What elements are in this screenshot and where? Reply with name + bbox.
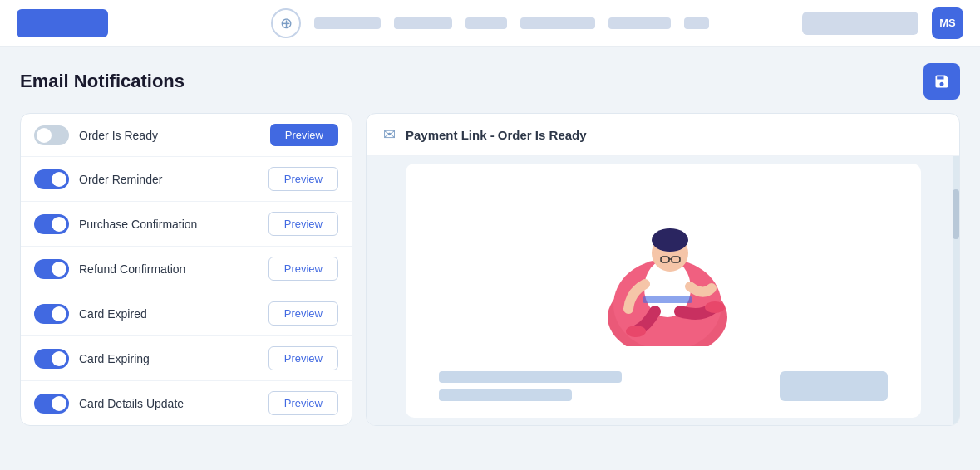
label-purchase-confirmation: Purchase Confirmation [79, 218, 197, 231]
toggle-knob [52, 217, 66, 232]
toggle-knob [52, 396, 66, 411]
preview-button-order-is-ready[interactable]: Preview [270, 124, 338, 146]
preview-button-card-expired[interactable]: Preview [268, 301, 338, 326]
toggle-card-expired[interactable] [34, 304, 69, 324]
item-left-card-expired: Card Expired [34, 304, 147, 324]
left-placeholder-stack [439, 371, 622, 401]
list-item: Refund Confirmation Preview [21, 247, 352, 291]
nav-search[interactable] [802, 12, 918, 35]
item-left-order-is-ready: Order Is Ready [34, 125, 158, 145]
nav-item-4[interactable] [520, 17, 595, 29]
list-item: Order Is Ready Preview [21, 114, 352, 157]
placeholder-line-2 [439, 389, 572, 401]
toggle-purchase-confirmation[interactable] [34, 214, 69, 234]
toggle-card-details-update[interactable] [34, 394, 69, 414]
preview-panel-title: Payment Link - Order Is Ready [406, 128, 587, 142]
svg-point-4 [652, 228, 688, 252]
placeholder-line-1 [439, 371, 622, 383]
list-item: Card Expiring Preview [21, 336, 352, 381]
toggle-knob [52, 351, 66, 366]
toggle-knob [52, 262, 66, 277]
nav-item-1[interactable] [314, 17, 381, 29]
svg-rect-10 [643, 296, 692, 303]
preview-button-card-expiring[interactable]: Preview [268, 346, 338, 370]
label-order-reminder: Order Reminder [79, 173, 162, 186]
svg-point-8 [626, 326, 646, 337]
page-title: Email Notifications [20, 71, 185, 92]
toggle-refund-confirmation[interactable] [34, 259, 69, 279]
preview-button-purchase-confirmation[interactable]: Preview [268, 212, 338, 236]
email-preview-panel: ✉ Payment Link - Order Is Ready [366, 113, 960, 426]
list-item: Card Details Update Preview [21, 381, 352, 425]
nav-item-5[interactable] [608, 17, 671, 29]
item-left-card-expiring: Card Expiring [34, 349, 150, 369]
nav-item-3[interactable] [465, 17, 507, 29]
preview-button-order-reminder[interactable]: Preview [268, 167, 338, 191]
scrollbar-thumb[interactable] [953, 189, 959, 239]
svg-point-9 [705, 301, 725, 313]
email-preview-body [367, 156, 959, 425]
list-item: Order Reminder Preview [21, 157, 352, 202]
page-header: Email Notifications [20, 63, 960, 100]
label-order-is-ready: Order Is Ready [79, 129, 158, 142]
nav-item-6[interactable] [684, 17, 709, 29]
item-left-card-details-update: Card Details Update [34, 394, 184, 414]
label-card-expiring: Card Expiring [79, 352, 150, 365]
main-content: Email Notifications Order Is Ready Previ… [0, 47, 980, 443]
toggle-knob [52, 306, 66, 321]
avatar[interactable]: MS [932, 7, 963, 39]
placeholder-button [780, 371, 888, 401]
toggle-order-is-ready[interactable] [34, 125, 69, 145]
list-item: Card Expired Preview [21, 291, 352, 336]
preview-button-card-details-update[interactable]: Preview [268, 391, 338, 415]
toggle-card-expiring[interactable] [34, 349, 69, 369]
nav-logo[interactable] [17, 9, 108, 37]
person-beanbag-illustration [580, 188, 746, 346]
item-left-refund-confirmation: Refund Confirmation [34, 259, 185, 279]
label-refund-confirmation: Refund Confirmation [79, 262, 185, 276]
email-content-placeholders [439, 371, 888, 401]
add-button[interactable]: ⊕ [271, 8, 301, 38]
scrollbar-track[interactable] [953, 156, 959, 425]
save-button[interactable] [923, 63, 960, 100]
mail-icon: ✉ [383, 125, 396, 144]
toggle-knob [37, 128, 52, 143]
item-left-purchase-confirmation: Purchase Confirmation [34, 214, 197, 234]
preview-button-refund-confirmation[interactable]: Preview [268, 257, 338, 281]
email-preview-card [406, 164, 921, 418]
save-icon [933, 73, 950, 90]
toggle-knob [52, 172, 66, 187]
two-column-layout: Order Is Ready Preview Order Reminder Pr… [20, 113, 960, 426]
preview-panel-header: ✉ Payment Link - Order Is Ready [367, 114, 959, 156]
label-card-details-update: Card Details Update [79, 397, 184, 410]
label-card-expired: Card Expired [79, 307, 147, 321]
list-item: Purchase Confirmation Preview [21, 202, 352, 247]
email-notifications-list: Order Is Ready Preview Order Reminder Pr… [20, 113, 352, 426]
nav-item-2[interactable] [394, 17, 452, 29]
illustration [580, 188, 746, 355]
item-left-order-reminder: Order Reminder [34, 169, 162, 189]
top-nav: ⊕ MS [0, 0, 980, 47]
toggle-order-reminder[interactable] [34, 169, 69, 189]
